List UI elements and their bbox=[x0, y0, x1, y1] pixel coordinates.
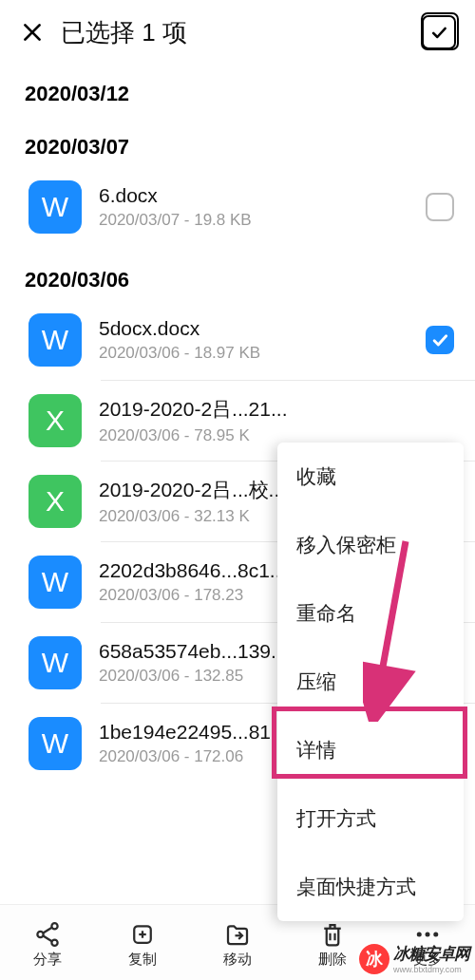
watermark-badge: 冰 bbox=[359, 944, 390, 974]
close-icon[interactable] bbox=[19, 19, 46, 46]
svg-line-6 bbox=[43, 928, 52, 933]
page-title: 已选择 1 项 bbox=[61, 16, 422, 49]
copy-icon bbox=[128, 920, 157, 949]
copy-button[interactable]: 复制 bbox=[95, 920, 190, 969]
share-icon bbox=[33, 920, 62, 949]
menu-rename[interactable]: 重命名 bbox=[277, 579, 464, 648]
menu-vault[interactable]: 移入保密柜 bbox=[277, 511, 464, 579]
select-all-button[interactable] bbox=[422, 15, 456, 49]
file-meta: 2020/03/06 - 18.97 KB bbox=[99, 344, 416, 363]
delete-label: 删除 bbox=[318, 951, 347, 969]
word-file-icon: W bbox=[28, 636, 82, 689]
share-button[interactable]: 分享 bbox=[0, 920, 95, 969]
file-name: 2019-2020-2吕...21... bbox=[99, 396, 454, 423]
file-checkbox[interactable] bbox=[426, 193, 454, 221]
word-file-icon: W bbox=[28, 313, 82, 367]
watermark-url: www.btxtdmy.com bbox=[393, 965, 469, 974]
share-label: 分享 bbox=[33, 951, 62, 969]
trash-icon bbox=[318, 920, 347, 949]
svg-point-16 bbox=[433, 933, 438, 937]
date-header: 2020/03/07 bbox=[0, 114, 475, 167]
file-checkbox[interactable] bbox=[426, 326, 454, 354]
word-file-icon: W bbox=[28, 180, 82, 234]
menu-shortcut[interactable]: 桌面快捷方式 bbox=[277, 853, 464, 921]
file-name: 5docx.docx bbox=[99, 317, 416, 340]
menu-details[interactable]: 详情 bbox=[277, 716, 464, 784]
copy-label: 复制 bbox=[128, 951, 157, 969]
excel-file-icon: X bbox=[28, 475, 82, 528]
word-file-icon: W bbox=[28, 717, 82, 770]
file-row[interactable]: W 6.docx 2020/03/07 - 19.8 KB bbox=[0, 167, 475, 247]
date-header: 2020/03/06 bbox=[0, 247, 475, 300]
file-row[interactable]: W 5docx.docx 2020/03/06 - 18.97 KB bbox=[0, 300, 475, 380]
date-header: 2020/03/12 bbox=[0, 61, 475, 114]
menu-favorite[interactable]: 收藏 bbox=[277, 443, 464, 511]
move-button[interactable]: 移动 bbox=[190, 920, 285, 969]
watermark: 冰 冰糖安卓网 www.btxtdmy.com bbox=[359, 943, 469, 974]
excel-file-icon: X bbox=[28, 394, 82, 447]
move-icon bbox=[223, 920, 252, 949]
file-name: 6.docx bbox=[99, 184, 416, 207]
menu-compress[interactable]: 压缩 bbox=[277, 648, 464, 716]
svg-point-14 bbox=[417, 933, 422, 937]
menu-openwith[interactable]: 打开方式 bbox=[277, 784, 464, 853]
svg-line-7 bbox=[43, 935, 52, 941]
move-label: 移动 bbox=[223, 951, 252, 969]
file-meta: 2020/03/07 - 19.8 KB bbox=[99, 211, 416, 230]
context-menu: 收藏 移入保密柜 重命名 压缩 详情 打开方式 桌面快捷方式 bbox=[277, 443, 464, 921]
svg-point-15 bbox=[426, 933, 430, 937]
watermark-text: 冰糖安卓网 bbox=[393, 943, 469, 965]
word-file-icon: W bbox=[28, 556, 82, 609]
